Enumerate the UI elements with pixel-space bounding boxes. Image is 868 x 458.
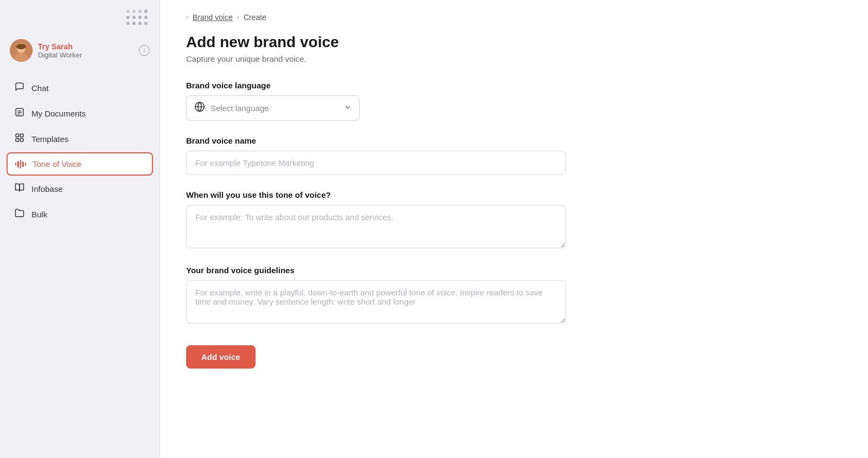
language-select-container[interactable]: Select language [186,95,360,121]
bulk-icon [14,208,25,221]
use-case-label: When will you use this tone of voice? [186,190,566,199]
svg-rect-10 [16,139,18,141]
user-role: Digital Worker [38,51,133,59]
sidebar-item-templates[interactable]: Templates [7,127,153,151]
chevron-down-icon [344,104,352,113]
sidebar-item-chat[interactable]: Chat [7,76,153,100]
sidebar: Try Sarah Digital Worker i Chat My Docum… [0,0,160,458]
globe-icon [194,101,205,115]
breadcrumb: › Brand voice › Create [186,13,842,22]
documents-icon [14,107,25,120]
svg-point-3 [16,44,26,49]
waveform-icon [15,160,26,169]
breadcrumb-current: Create [244,13,266,22]
user-info: Try Sarah Digital Worker [38,42,133,59]
svg-rect-8 [16,134,18,137]
svg-rect-9 [21,134,23,137]
form-section: Brand voice language Select language [186,81,566,369]
infobase-icon [14,183,25,195]
breadcrumb-chevron: › [186,14,188,21]
brand-voice-name-input[interactable] [186,151,566,175]
info-icon[interactable]: i [139,45,150,56]
language-select[interactable]: Select language [186,95,360,121]
tone-of-voice-label: Tone of Voice [33,159,81,169]
main-content: › Brand voice › Create Add new brand voi… [160,0,868,458]
chat-label: Chat [31,83,49,93]
name-label: Brand voice name [186,136,566,145]
user-name: Try Sarah [38,42,133,51]
nav-menu: Chat My Documents Templates [0,72,159,231]
guidelines-textarea[interactable] [186,280,566,324]
sidebar-item-bulk[interactable]: Bulk [7,202,153,227]
svg-rect-11 [21,139,23,141]
guidelines-group: Your brand voice guidelines [186,266,566,326]
name-group: Brand voice name [186,136,566,175]
breadcrumb-parent[interactable]: Brand voice [193,13,233,22]
my-documents-label: My Documents [31,109,86,118]
language-placeholder: Select language [210,104,339,113]
breadcrumb-separator: › [237,14,239,21]
language-label: Brand voice language [186,81,566,90]
sidebar-logo-area [0,0,159,34]
templates-label: Templates [31,134,68,144]
bulk-label: Bulk [31,210,47,219]
chat-icon [14,82,25,94]
use-case-group: When will you use this tone of voice? [186,190,566,250]
logo-dots [126,10,149,26]
avatar [10,39,33,62]
add-voice-button[interactable]: Add voice [186,345,256,369]
page-title: Add new brand voice [186,34,842,51]
templates-icon [14,133,25,145]
sidebar-item-infobase[interactable]: Infobase [7,177,153,201]
page-subtitle: Capture your unique brand voice. [186,54,842,63]
user-section: Try Sarah Digital Worker i [0,34,159,72]
infobase-label: Infobase [31,184,63,193]
guidelines-label: Your brand voice guidelines [186,266,566,275]
language-group: Brand voice language Select language [186,81,566,121]
sidebar-item-tone-of-voice[interactable]: Tone of Voice [7,152,153,176]
use-case-textarea[interactable] [186,205,566,248]
sidebar-item-my-documents[interactable]: My Documents [7,101,153,126]
